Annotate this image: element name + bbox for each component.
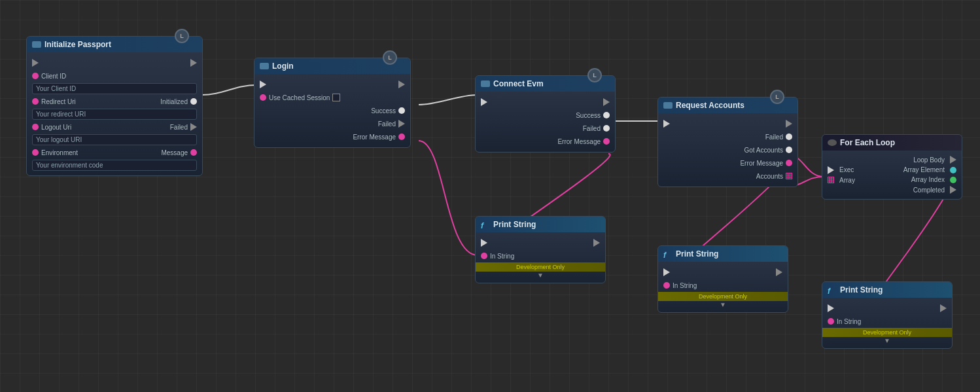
print-string-2-body: In String Development Only ▼ bbox=[658, 262, 788, 312]
request-accounts-node: Request Accounts L Failed Got Accounts E… bbox=[657, 97, 798, 187]
array-label-fe: Array bbox=[839, 177, 855, 184]
error-pin-login bbox=[398, 134, 405, 140]
exec-in-pin bbox=[32, 59, 39, 67]
clock-badge: L bbox=[587, 68, 602, 82]
exec-row-ps3 bbox=[822, 302, 952, 315]
cached-label: Use Cached Session bbox=[269, 94, 330, 101]
dev-arrow-ps1: ▼ bbox=[476, 272, 605, 279]
env-message-row: Environment Message bbox=[27, 146, 202, 159]
success-pin-evm bbox=[603, 112, 610, 118]
dev-only-ps2: Development Only bbox=[658, 292, 788, 301]
accounts-pin bbox=[786, 173, 792, 179]
loop-body-pin bbox=[950, 156, 956, 164]
exec-out-ra bbox=[786, 120, 792, 128]
got-accounts-pin bbox=[786, 147, 792, 153]
exec-in-ps3 bbox=[828, 304, 834, 312]
exec-array-row: Exec Array Loop Body Array Element Array bbox=[822, 154, 962, 195]
node-icon: f bbox=[481, 221, 490, 228]
instring-label-ps1: In String bbox=[490, 253, 514, 260]
logout-uri-input[interactable]: Your logout URI bbox=[32, 134, 197, 145]
clock-badge: L bbox=[175, 29, 189, 43]
failed-pin-login bbox=[398, 120, 405, 128]
print-string-1-body: In String Development Only ▼ bbox=[476, 232, 605, 283]
success-row-evm: Success bbox=[476, 109, 615, 122]
node-icon bbox=[481, 80, 490, 87]
instring-row-ps1: In String bbox=[476, 249, 605, 262]
connect-evm-body: Success Failed Error Message bbox=[476, 92, 615, 152]
print-string-1-node: f Print String In String Development Onl… bbox=[475, 216, 606, 283]
failed-pin-init bbox=[190, 123, 197, 131]
error-label-ra: Error Message bbox=[740, 160, 783, 167]
exec-row-ra bbox=[658, 117, 797, 130]
print-string-3-title: Print String bbox=[840, 285, 883, 294]
accounts-label: Accounts bbox=[756, 173, 783, 180]
initialize-passport-header: Initialize Passport L bbox=[27, 37, 202, 52]
accounts-row: Accounts bbox=[658, 169, 797, 183]
print-string-3-node: f Print String In String Development Onl… bbox=[822, 281, 953, 349]
client-id-label: Client ID bbox=[41, 73, 66, 80]
failed-label-ra: Failed bbox=[765, 134, 783, 141]
node-icon bbox=[663, 102, 673, 109]
node-icon bbox=[828, 139, 837, 146]
client-id-input[interactable]: Your Client ID bbox=[32, 83, 197, 94]
exec-row-ps2 bbox=[658, 266, 788, 279]
exec-in-evm bbox=[481, 98, 487, 106]
dev-only-ps3: Development Only bbox=[822, 328, 952, 337]
error-row-evm: Error Message bbox=[476, 135, 615, 148]
print-string-1-header: f Print String bbox=[476, 217, 605, 232]
env-input[interactable]: Your environment code bbox=[32, 160, 197, 171]
instring-pin-ps2 bbox=[663, 282, 670, 289]
failed-pin-evm bbox=[603, 125, 610, 132]
exec-row-login bbox=[254, 78, 410, 91]
node-icon: f bbox=[828, 287, 837, 293]
exec-in-ps1 bbox=[481, 239, 487, 247]
login-header: Login L bbox=[254, 58, 410, 74]
initialized-label: Initialized bbox=[160, 98, 188, 105]
env-pin bbox=[32, 149, 39, 156]
exec-row-evm bbox=[476, 96, 615, 109]
array-element-label: Array Element bbox=[903, 166, 945, 173]
node-icon bbox=[32, 41, 41, 48]
exec-out-ps3 bbox=[940, 304, 947, 312]
instring-pin-ps3 bbox=[828, 318, 834, 325]
exec-in-login bbox=[260, 80, 266, 88]
connect-evm-title: Connect Evm bbox=[493, 79, 544, 88]
instring-row-ps2: In String bbox=[658, 279, 788, 292]
for-each-header: For Each Loop bbox=[822, 135, 962, 151]
login-title: Login bbox=[272, 62, 294, 71]
failed-row-ra: Failed bbox=[658, 130, 797, 143]
success-row-login: Success bbox=[254, 104, 410, 117]
error-pin-evm bbox=[603, 138, 610, 145]
cached-session-row: Use Cached Session bbox=[254, 91, 410, 104]
redirect-uri-pin bbox=[32, 98, 39, 105]
got-accounts-row: Got Accounts bbox=[658, 143, 797, 156]
exec-row-ps1 bbox=[476, 236, 605, 249]
exec-in-ps2 bbox=[663, 268, 670, 276]
env-label: Environment bbox=[41, 149, 78, 156]
node-icon: f bbox=[663, 251, 673, 257]
exec-out-evm bbox=[603, 98, 610, 106]
print-string-1-title: Print String bbox=[493, 220, 536, 229]
dev-only-ps1: Development Only bbox=[476, 262, 605, 272]
exec-out-pin bbox=[190, 59, 197, 67]
client-id-row: Client ID bbox=[27, 69, 202, 82]
request-accounts-header: Request Accounts L bbox=[658, 98, 797, 113]
print-string-2-node: f Print String In String Development Onl… bbox=[657, 245, 788, 313]
error-label-evm: Error Message bbox=[557, 138, 601, 145]
instring-pin-ps1 bbox=[481, 253, 487, 259]
connect-evm-node: Connect Evm L Success Failed Error Messa… bbox=[475, 75, 616, 152]
error-pin-ra bbox=[786, 160, 792, 166]
exec-out-ps2 bbox=[776, 268, 782, 276]
for-each-title: For Each Loop bbox=[840, 138, 895, 147]
exec-in-ra bbox=[663, 120, 670, 128]
array-index-pin bbox=[950, 177, 956, 183]
success-pin-login bbox=[398, 107, 405, 114]
success-label-login: Success bbox=[371, 107, 396, 115]
instring-row-ps3: In String bbox=[822, 315, 952, 328]
message-label-init: Message bbox=[161, 149, 188, 156]
redirect-uri-input[interactable]: Your redirect URI bbox=[32, 109, 197, 120]
client-id-pin bbox=[32, 73, 39, 79]
clock-badge: L bbox=[383, 50, 397, 65]
got-accounts-label: Got Accounts bbox=[744, 147, 783, 154]
cached-checkbox[interactable] bbox=[332, 94, 340, 101]
